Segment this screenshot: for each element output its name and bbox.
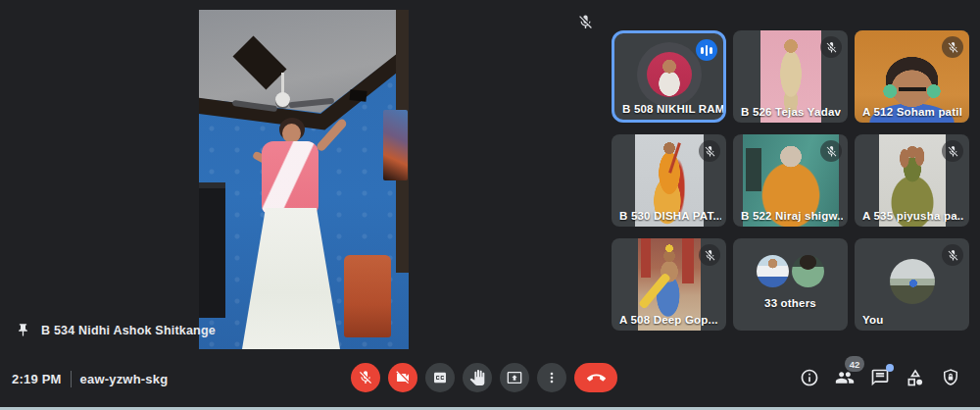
present-button[interactable] bbox=[500, 363, 529, 392]
stage-mic-off-icon bbox=[577, 14, 594, 30]
ceiling-vent bbox=[349, 89, 367, 102]
speaking-indicator-icon bbox=[696, 39, 717, 61]
mic-off-icon bbox=[820, 140, 842, 162]
pinned-participant-row: B 534 Nidhi Ashok Shitkange bbox=[16, 323, 216, 337]
panel-buttons: 42 bbox=[798, 366, 962, 389]
overflow-count-label: 33 others bbox=[733, 297, 848, 309]
mic-off-icon bbox=[942, 244, 963, 266]
participant-name: B 530 DISHA PAT... bbox=[619, 210, 721, 222]
participants-grid: B 508 NIKHIL RAM... B 526 Tejas Yadav A … bbox=[612, 30, 969, 331]
activities-icon bbox=[906, 368, 925, 387]
people-count-badge: 42 bbox=[845, 356, 864, 372]
participant-tile-1[interactable]: B 508 NIKHIL RAM... bbox=[612, 30, 726, 123]
raise-hand-button[interactable] bbox=[463, 363, 492, 392]
mic-toggle-button[interactable] bbox=[351, 363, 380, 392]
chair bbox=[344, 255, 391, 337]
participant-name: A 512 Soham patil bbox=[862, 106, 962, 118]
participant-tile-3[interactable]: A 512 Soham patil bbox=[855, 30, 969, 123]
call-controls bbox=[351, 363, 617, 392]
chat-panel-button[interactable] bbox=[868, 366, 892, 389]
chat-notification-dot bbox=[886, 364, 894, 372]
pin-icon bbox=[16, 323, 30, 337]
wall-poster bbox=[383, 110, 408, 180]
participant-tile-6[interactable]: A 535 piyusha pa... bbox=[855, 134, 969, 227]
host-controls-button[interactable] bbox=[939, 366, 962, 389]
fan-hub bbox=[275, 92, 290, 107]
participant-name: B 526 Tejas Yadav bbox=[741, 106, 841, 118]
pinned-video[interactable] bbox=[199, 10, 409, 349]
dancer-face bbox=[282, 124, 301, 143]
clock-time: 2:19 PM bbox=[12, 372, 62, 386]
participant-tile-overflow[interactable]: 33 others bbox=[733, 238, 848, 331]
fan-rod bbox=[281, 73, 284, 94]
camera-toggle-button[interactable] bbox=[388, 363, 417, 392]
participant-tile-2[interactable]: B 526 Tejas Yadav bbox=[733, 30, 848, 123]
mic-off-icon bbox=[942, 36, 963, 58]
shield-lock-icon bbox=[941, 368, 960, 387]
cabinet bbox=[199, 182, 225, 318]
mic-off-icon bbox=[699, 140, 720, 162]
participant-tile-4[interactable]: B 530 DISHA PAT... bbox=[612, 134, 726, 227]
participant-tile-5[interactable]: B 522 Niraj shigw... bbox=[733, 134, 848, 227]
meeting-details-button[interactable] bbox=[798, 366, 821, 389]
participant-name: A 535 piyusha pa... bbox=[862, 210, 964, 222]
participant-tile-you[interactable]: You bbox=[855, 238, 969, 331]
avatar bbox=[792, 255, 824, 287]
more-options-button[interactable] bbox=[537, 363, 566, 392]
overflow-avatars bbox=[733, 238, 848, 331]
dancer-torso bbox=[262, 141, 318, 214]
activities-button[interactable] bbox=[904, 366, 927, 389]
participant-name: A 508 Deep Gop... bbox=[619, 314, 718, 326]
participant-name: You bbox=[862, 314, 883, 326]
mic-off-icon bbox=[699, 244, 720, 266]
leave-call-button[interactable] bbox=[574, 363, 617, 392]
captions-button[interactable] bbox=[425, 363, 455, 392]
participant-name: B 508 NIKHIL RAM... bbox=[622, 103, 724, 115]
participant-tile-7[interactable]: A 508 Deep Gop... bbox=[612, 238, 726, 331]
mic-off-icon bbox=[820, 36, 842, 58]
divider bbox=[71, 371, 72, 387]
info-icon bbox=[800, 368, 819, 387]
mic-off-icon bbox=[942, 140, 963, 162]
participant-name: B 522 Niraj shigw... bbox=[741, 210, 843, 222]
avatar bbox=[757, 255, 789, 287]
pinned-participant-name: B 534 Nidhi Ashok Shitkange bbox=[41, 324, 216, 337]
meeting-info: 2:19 PM eaw-yzwh-skg bbox=[12, 371, 168, 387]
meeting-code: eaw-yzwh-skg bbox=[80, 372, 169, 386]
people-panel-button[interactable]: 42 bbox=[833, 366, 857, 389]
